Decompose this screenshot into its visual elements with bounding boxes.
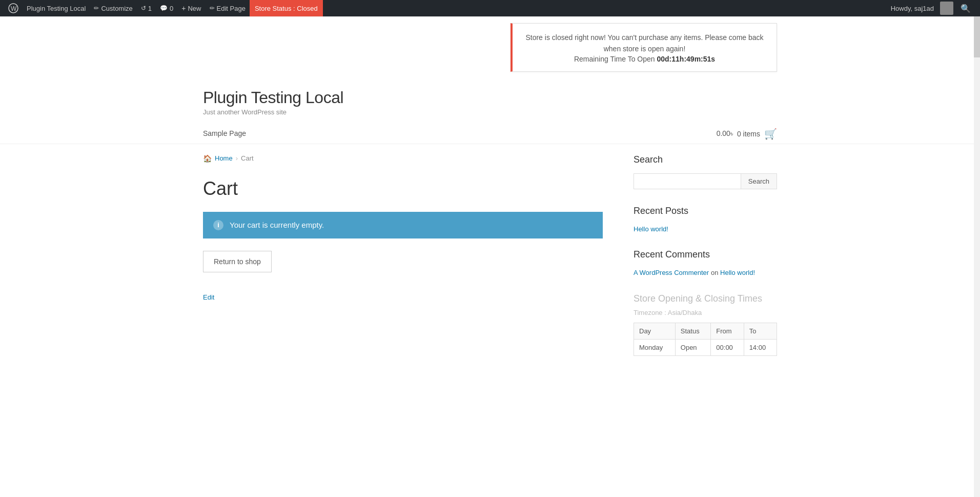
hours-day-0: Monday: [634, 340, 676, 356]
return-to-shop-button[interactable]: Return to shop: [203, 251, 272, 272]
comments-icon: 💬: [160, 5, 168, 12]
timezone-info: Timezone : Asia/Dhaka: [634, 309, 777, 316]
cart-empty-notice: i Your cart is currently empty.: [203, 212, 603, 238]
site-main: 🏠 Home › Cart Cart i Your cart is curren…: [182, 144, 798, 383]
comment-post-link-0[interactable]: Hello world!: [720, 269, 755, 276]
cart-price: 0.00৳: [717, 129, 733, 138]
info-icon: i: [213, 220, 223, 230]
cart-info: 0.00৳ 0 items 🛒: [717, 128, 777, 140]
store-notice-timer: Remaining Time To Open 00d:11h:49m:51s: [525, 55, 764, 63]
recent-post-link-0[interactable]: Hello world!: [634, 225, 668, 233]
recent-comments-title: Recent Comments: [634, 249, 777, 260]
search-widget: Search: [634, 173, 777, 189]
search-input[interactable]: [634, 173, 741, 189]
scrollbar-thumb[interactable]: [974, 16, 980, 57]
breadcrumb: 🏠 Home › Cart: [203, 154, 603, 163]
recent-posts-title: Recent Posts: [634, 206, 777, 216]
hours-to-0: 14:00: [744, 340, 777, 356]
breadcrumb-home-link[interactable]: Home: [215, 154, 233, 162]
site-title: Plugin Testing Local: [203, 88, 343, 107]
sample-page-link[interactable]: Sample Page: [203, 124, 246, 144]
timer-value: 00d:11h:49m:51s: [657, 55, 715, 63]
admin-bar-right: Howdy, saj1ad 🔍: [887, 2, 976, 15]
table-header-to: To: [744, 323, 777, 340]
hours-from-0: 00:00: [711, 340, 744, 356]
new-link[interactable]: + New: [177, 0, 205, 16]
howdy-text: Howdy, saj1ad: [887, 5, 938, 12]
admin-bar: W Plugin Testing Local ✏ Customize ↺ 1 💬…: [0, 0, 980, 16]
edit-icon: ✏: [210, 5, 215, 12]
store-hours-title: Store Opening & Closing Times: [634, 293, 777, 305]
cart-items-count: 0 items: [737, 130, 760, 138]
comment-author-link-0[interactable]: A WordPress Commenter: [634, 269, 709, 276]
edit-page-link[interactable]: ✏ Edit Page: [206, 0, 250, 16]
site-header: Plugin Testing Local Just another WordPr…: [0, 78, 980, 144]
hours-table: Day Status From To Monday Open 00:00 14:…: [634, 323, 777, 356]
table-header-status: Status: [675, 323, 711, 340]
search-widget-title: Search: [634, 154, 777, 165]
revisions-link[interactable]: ↺ 1: [137, 0, 156, 16]
list-item: Hello world!: [634, 225, 777, 233]
list-item: A WordPress Commenter on Hello world!: [634, 268, 777, 276]
sidebar: Search Search Recent Posts Hello world! …: [634, 154, 777, 372]
site-branding: Plugin Testing Local Just another WordPr…: [203, 88, 343, 116]
recent-comments-section: Recent Comments A WordPress Commenter on…: [634, 249, 777, 276]
recent-posts-list: Hello world!: [634, 225, 777, 233]
site-tagline: Just another WordPress site: [203, 108, 343, 116]
revisions-icon: ↺: [141, 5, 146, 12]
recent-posts-section: Recent Posts Hello world!: [634, 206, 777, 233]
breadcrumb-current: Cart: [241, 154, 254, 162]
comments-link[interactable]: 💬 0: [156, 0, 177, 16]
page-title: Cart: [203, 178, 603, 200]
store-notice-text: Store is closed right now! You can't pur…: [525, 32, 764, 55]
table-header-day: Day: [634, 323, 676, 340]
search-widget-section: Search Search: [634, 154, 777, 189]
store-hours-section: Store Opening & Closing Times Timezone :…: [634, 293, 777, 356]
customize-link[interactable]: ✏ Customize: [90, 0, 136, 16]
avatar: [940, 2, 953, 15]
comment-on-text: on: [711, 269, 720, 276]
site-nav: Sample Page 0.00৳ 0 items 🛒: [182, 124, 798, 144]
search-icon[interactable]: 🔍: [955, 4, 976, 13]
table-row: Monday Open 00:00 14:00: [634, 340, 777, 356]
pencil-icon: ✏: [94, 5, 99, 12]
wp-logo-button[interactable]: W: [4, 0, 23, 16]
site-wrapper: Store is closed right now! You can't pur…: [0, 16, 980, 497]
table-header-from: From: [711, 323, 744, 340]
search-button[interactable]: Search: [741, 173, 777, 189]
content-column: 🏠 Home › Cart Cart i Your cart is curren…: [203, 154, 603, 372]
store-closed-notice: Store is closed right now! You can't pur…: [511, 23, 777, 72]
site-name-link[interactable]: Plugin Testing Local: [23, 0, 90, 16]
recent-comments-list: A WordPress Commenter on Hello world!: [634, 268, 777, 276]
store-status-button[interactable]: Store Status : Closed: [250, 0, 323, 16]
svg-text:W: W: [11, 5, 17, 12]
site-name-text: Plugin Testing Local: [27, 5, 86, 12]
scrollbar[interactable]: [974, 16, 980, 497]
plus-icon: +: [181, 4, 186, 12]
cart-icon[interactable]: 🛒: [764, 128, 777, 140]
edit-link[interactable]: Edit: [203, 293, 214, 301]
nav-links: Sample Page: [203, 124, 246, 144]
breadcrumb-separator: ›: [236, 154, 238, 162]
cart-empty-text: Your cart is currently empty.: [230, 221, 324, 229]
wp-logo-icon: W: [8, 3, 18, 13]
hours-status-0: Open: [675, 340, 711, 356]
home-icon: 🏠: [203, 154, 212, 163]
